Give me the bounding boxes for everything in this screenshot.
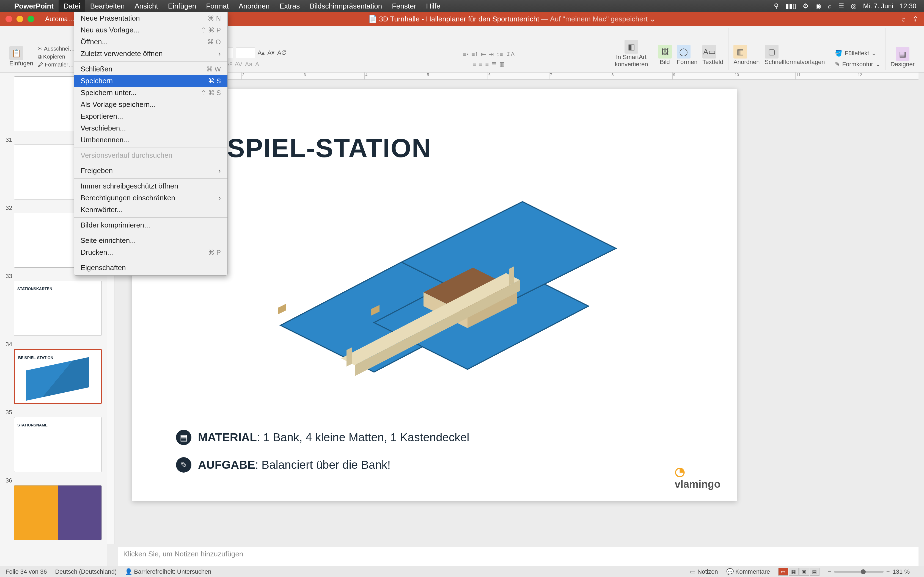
- status-slide[interactable]: Folie 34 von 36: [5, 568, 47, 575]
- menu-ansicht[interactable]: Ansicht: [129, 0, 163, 12]
- increase-font-icon[interactable]: A▴: [258, 49, 265, 56]
- thumbnail[interactable]: 36: [5, 477, 102, 540]
- columns-icon[interactable]: ▥: [499, 61, 505, 68]
- chevron-right-icon: ›: [218, 166, 221, 175]
- menu-item[interactable]: Verschieben...: [74, 122, 228, 134]
- reading-view-button[interactable]: ▣: [799, 568, 809, 575]
- search-icon[interactable]: ⌕: [901, 15, 906, 23]
- menu-item[interactable]: Öffnen...⌘ O: [74, 36, 228, 48]
- menu-item[interactable]: Seite einrichten...: [74, 235, 228, 247]
- smartart-icon[interactable]: ◧: [625, 40, 638, 53]
- menu-item[interactable]: Speichern⌘ S: [74, 75, 228, 87]
- share-icon[interactable]: ⇪: [913, 15, 919, 23]
- textdir-icon[interactable]: ↧A: [506, 51, 515, 58]
- menu-app[interactable]: PowerPoint: [9, 0, 58, 12]
- align-center-icon[interactable]: ≡: [479, 61, 483, 68]
- copy-icon: ⧉: [38, 53, 42, 60]
- justify-icon[interactable]: ≣: [491, 61, 496, 68]
- menubar-date[interactable]: Mi. 7. Juni: [860, 2, 897, 10]
- status-comments-button[interactable]: 💬 Kommentare: [726, 568, 770, 575]
- menu-item[interactable]: Kennwörter...: [74, 204, 228, 216]
- siri-icon[interactable]: ◎: [848, 2, 860, 10]
- menu-item[interactable]: Drucken...⌘ P: [74, 247, 228, 258]
- font-color-button[interactable]: A: [255, 61, 259, 68]
- autosave-toggle[interactable]: Automa…: [45, 15, 74, 23]
- spotlight-icon[interactable]: ⌕: [824, 2, 835, 10]
- notes-pane[interactable]: Klicken Sie, um Notizen hinzuzufügen: [118, 547, 919, 566]
- status-accessibility[interactable]: 👤 Barrierefreiheit: Untersuchen: [125, 568, 211, 575]
- picture-icon[interactable]: 🖼: [658, 45, 672, 58]
- outdent-icon[interactable]: ⇤: [481, 51, 486, 58]
- menu-einfuegen[interactable]: Einfügen: [163, 0, 201, 12]
- format-painter-button[interactable]: 🖌Formatier…: [38, 61, 75, 68]
- font-size-input[interactable]: [236, 48, 255, 58]
- thumbnail[interactable]: 35STATIONSNAME: [5, 409, 102, 472]
- decrease-font-icon[interactable]: A▾: [267, 49, 275, 56]
- menu-bildschirm[interactable]: Bildschirmpräsentation: [305, 0, 387, 12]
- menu-hilfe[interactable]: Hilfe: [421, 0, 445, 12]
- normal-view-button[interactable]: ▭: [778, 568, 788, 575]
- thumbnail[interactable]: 33STATIONSKARTEN: [5, 272, 102, 336]
- copy-button[interactable]: ⧉Kopieren: [38, 53, 75, 60]
- menu-item[interactable]: Neu aus Vorlage...⇧ ⌘ P: [74, 24, 228, 36]
- linespacing-icon[interactable]: ↕≡: [496, 51, 503, 58]
- menu-item[interactable]: Speichern unter...⇧ ⌘ S: [74, 87, 228, 98]
- menu-item[interactable]: Eigenschaften: [74, 262, 228, 274]
- svg-rect-10: [278, 304, 286, 314]
- menu-item[interactable]: Zuletzt verwendete öffnen›: [74, 48, 228, 60]
- menu-item[interactable]: Freigeben›: [74, 165, 228, 177]
- bullets-icon[interactable]: ≡•: [463, 51, 468, 58]
- cut-button[interactable]: ✂Ausschnei…: [38, 45, 75, 52]
- title-chevron-icon[interactable]: ⌄: [649, 15, 656, 23]
- fit-button[interactable]: ⛶: [913, 568, 919, 575]
- numbering-icon[interactable]: ≡1: [471, 51, 478, 58]
- menu-extras[interactable]: Extras: [275, 0, 305, 12]
- user-icon[interactable]: ◉: [812, 2, 824, 10]
- highlight-button[interactable]: AV: [234, 61, 242, 68]
- indent-icon[interactable]: ⇥: [489, 51, 494, 58]
- wifi-icon[interactable]: ⚙: [800, 2, 812, 10]
- shapes-icon[interactable]: ◯: [677, 45, 691, 58]
- menu-item[interactable]: Schließen⌘ W: [74, 63, 228, 75]
- zoom-in-button[interactable]: +: [886, 568, 890, 575]
- menubar-time[interactable]: 12:30: [897, 2, 919, 10]
- menu-item[interactable]: Als Vorlage speichern...: [74, 98, 228, 110]
- control-center-icon[interactable]: ☰: [835, 2, 848, 10]
- menu-item[interactable]: Berechtigungen einschränken›: [74, 192, 228, 204]
- status-language[interactable]: Deutsch (Deutschland): [55, 568, 116, 575]
- clear-format-icon[interactable]: A∅: [277, 49, 286, 56]
- arrange-icon[interactable]: ▦: [733, 45, 747, 58]
- textbox-icon[interactable]: A▭: [702, 45, 716, 58]
- menu-item[interactable]: Exportieren...: [74, 110, 228, 122]
- align-right-icon[interactable]: ≡: [485, 61, 489, 68]
- filleffect-button[interactable]: 🪣Fülleffekt ⌄: [835, 50, 880, 57]
- menu-bearbeiten[interactable]: Bearbeiten: [85, 0, 130, 12]
- menu-item[interactable]: Umbenennen...: [74, 134, 228, 146]
- zoom-level[interactable]: 131 %: [893, 568, 910, 575]
- menu-datei[interactable]: Datei: [58, 0, 85, 12]
- align-left-icon[interactable]: ≡: [473, 61, 476, 68]
- zoom-window-button[interactable]: [27, 16, 34, 22]
- menu-fenster[interactable]: Fenster: [387, 0, 421, 12]
- designer-icon[interactable]: ▦: [896, 47, 909, 61]
- minimize-window-button[interactable]: [16, 16, 23, 22]
- status-notes-button[interactable]: ▭ Notizen: [690, 568, 718, 575]
- menu-anordnen[interactable]: Anordnen: [234, 0, 275, 12]
- shapeoutline-button[interactable]: ✎Formkontur ⌄: [835, 61, 880, 68]
- thumbnail[interactable]: 34BEISPIEL-STATION: [5, 341, 102, 404]
- zoom-slider[interactable]: [834, 571, 884, 572]
- slideshow-view-button[interactable]: ▤: [809, 568, 819, 575]
- bluetooth-icon[interactable]: ⚲: [771, 2, 782, 10]
- document-title[interactable]: 📄 3D Turnhalle - Hallenplaner für den Sp…: [128, 15, 896, 23]
- menu-item[interactable]: Immer schreibgeschützt öffnen: [74, 180, 228, 192]
- battery-icon[interactable]: ▮▮▯: [782, 2, 800, 10]
- quickstyles-icon[interactable]: ▢: [765, 45, 779, 58]
- sorter-view-button[interactable]: ▦: [789, 568, 799, 575]
- menu-format[interactable]: Format: [201, 0, 233, 12]
- case-button[interactable]: Aa: [245, 61, 252, 68]
- paste-icon[interactable]: 📋: [9, 46, 23, 60]
- menu-item[interactable]: Bilder komprimieren...: [74, 219, 228, 231]
- menu-item[interactable]: Neue Präsentation⌘ N: [74, 12, 228, 24]
- zoom-out-button[interactable]: −: [828, 568, 831, 575]
- close-window-button[interactable]: [5, 16, 12, 22]
